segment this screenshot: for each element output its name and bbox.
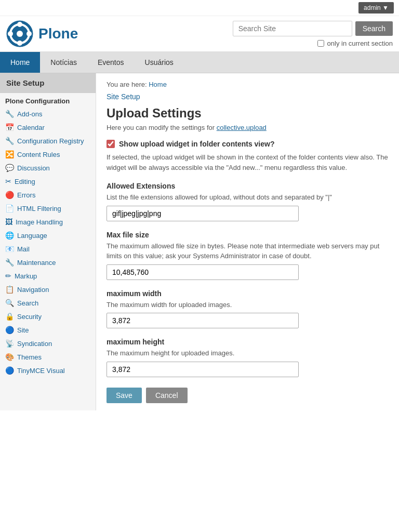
sidebar-item-syndication[interactable]: 📡 Syndication [0, 337, 96, 350]
form-buttons: Save Cancel [107, 388, 389, 403]
sidebar-item-label: Security [17, 313, 42, 321]
logo-text: Plone [38, 25, 78, 42]
sidebar-item-calendar[interactable]: 📅 Calendar [0, 121, 96, 134]
sidebar-item-mail[interactable]: 📧 Mail [0, 242, 96, 256]
sidebar-item-navigation[interactable]: 📋 Navigation [0, 283, 96, 296]
sidebar-item-errors[interactable]: 🔴 Errors [0, 188, 96, 202]
sidebar-item-label: Configuration Registry [17, 137, 84, 145]
header-right: Search only in current section [233, 21, 393, 47]
sidebar-item-configuration-registry[interactable]: 🔧 Configuration Registry [0, 134, 96, 148]
cancel-button[interactable]: Cancel [146, 388, 188, 403]
svg-point-6 [26, 31, 32, 36]
add-ons-icon: 🔧 [5, 110, 14, 118]
main-content: You are here: Home Site Setup Upload Set… [96, 73, 399, 410]
syndication-icon: 📡 [5, 339, 14, 348]
sidebar-item-label: Site [17, 326, 29, 334]
breadcrumb: You are here: Home [107, 81, 389, 88]
sidebar-item-editing[interactable]: ✂ Editing [0, 175, 96, 188]
sidebar-item-tinymce[interactable]: 🔵 TinyMCE Visual [0, 364, 96, 377]
sidebar-item-label: Search [17, 299, 38, 307]
page-title: Upload Settings [107, 106, 389, 121]
content-rules-icon: 🔀 [5, 150, 14, 158]
sidebar-item-label: Content Rules [17, 151, 60, 158]
nav-item-home[interactable]: Home [0, 52, 40, 73]
tinymce-icon: 🔵 [5, 366, 14, 375]
page-description-prefix: Here you can modify the settings for [107, 124, 217, 131]
logo: Plone [6, 20, 78, 47]
sidebar-item-label: Editing [15, 178, 35, 185]
allowed-extensions-input[interactable] [107, 206, 299, 221]
editing-icon: ✂ [5, 177, 11, 185]
page-description: Here you can modify the settings for col… [107, 124, 389, 131]
discussion-icon: 💬 [5, 164, 14, 172]
errors-icon: 🔴 [5, 191, 14, 199]
svg-point-4 [17, 41, 22, 46]
security-icon: 🔒 [5, 312, 14, 321]
sidebar-item-label: Navigation [17, 286, 49, 294]
sidebar-item-content-rules[interactable]: 🔀 Content Rules [0, 148, 96, 161]
mail-icon: 📧 [5, 245, 14, 253]
show-upload-checkbox-label[interactable]: Show upload widget in folder contents vi… [107, 140, 389, 148]
field-max-file-size: Max file size The maximum allowed file s… [107, 231, 389, 280]
svg-point-2 [17, 31, 23, 37]
max-file-size-desc: The maximum allowed file size in bytes. … [107, 241, 389, 261]
calendar-icon: 📅 [5, 123, 14, 131]
sidebar-item-label: Mail [17, 245, 30, 253]
sidebar-item-label: TinyMCE Visual [17, 367, 65, 375]
sidebar-item-label: Discussion [17, 164, 50, 172]
nav-item-usuarios[interactable]: Usuários [135, 52, 184, 73]
breadcrumb-home-link[interactable]: Home [149, 81, 167, 88]
save-button[interactable]: Save [107, 388, 142, 403]
allowed-extensions-desc: List the file extensions allowed for upl… [107, 192, 389, 203]
sidebar-item-html-filtering[interactable]: 📄 HTML Filtering [0, 202, 96, 215]
markup-icon: ✏ [5, 272, 11, 280]
config-registry-icon: 🔧 [5, 137, 14, 145]
breadcrumb-prefix: You are here: [107, 81, 149, 88]
sidebar-item-image-handling[interactable]: 🖼 Image Handling [0, 215, 96, 229]
plone-logo-icon [6, 20, 33, 47]
sidebar-item-language[interactable]: 🌐 Language [0, 229, 96, 242]
collective-upload-link[interactable]: collective.upload [217, 124, 267, 131]
show-upload-checkbox[interactable] [107, 140, 115, 148]
sidebar-item-search[interactable]: 🔍 Search [0, 296, 96, 310]
sidebar-item-label: Errors [17, 191, 35, 199]
maximum-width-label: maximum width [107, 289, 389, 298]
header: Plone Search only in current section [0, 16, 399, 52]
sidebar-item-label: Maintenance [17, 259, 56, 267]
sidebar-item-add-ons[interactable]: 🔧 Add-ons [0, 107, 96, 121]
sidebar-item-label: Syndication [17, 340, 52, 348]
content-area: Site Setup Plone Configuration 🔧 Add-ons… [0, 73, 399, 410]
sidebar-item-themes[interactable]: 🎨 Themes [0, 350, 96, 364]
nav-item-eventos[interactable]: Eventos [87, 52, 135, 73]
maximum-width-desc: The maximum width for uploaded images. [107, 300, 389, 310]
search-button[interactable]: Search [355, 21, 393, 36]
admin-menu-button[interactable]: admin ▼ [358, 2, 394, 14]
sidebar-item-markup[interactable]: ✏ Markup [0, 269, 96, 283]
maximum-height-desc: The maximum height for uploaded images. [107, 348, 389, 358]
nav-item-noticias[interactable]: Notícias [40, 52, 87, 73]
search-input[interactable] [233, 21, 352, 36]
field-maximum-width: maximum width The maximum width for uplo… [107, 289, 389, 329]
sidebar-item-security[interactable]: 🔒 Security [0, 310, 96, 323]
sidebar-item-label: Language [17, 232, 47, 240]
main-nav: Home Notícias Eventos Usuários [0, 52, 399, 73]
sidebar-item-site[interactable]: 🔵 Site [0, 323, 96, 337]
only-in-section-row: only in current section [317, 39, 393, 47]
site-setup-link[interactable]: Site Setup [107, 92, 389, 101]
field-maximum-height: maximum height The maximum height for up… [107, 338, 389, 377]
sidebar: Site Setup Plone Configuration 🔧 Add-ons… [0, 73, 96, 410]
sidebar-item-discussion[interactable]: 💬 Discussion [0, 161, 96, 175]
only-in-section-checkbox[interactable] [317, 40, 324, 47]
sidebar-item-maintenance[interactable]: 🔧 Maintenance [0, 256, 96, 269]
sidebar-item-label: HTML Filtering [17, 205, 61, 212]
max-file-size-input[interactable] [107, 264, 299, 280]
maximum-height-input[interactable] [107, 362, 299, 377]
language-icon: 🌐 [5, 231, 14, 240]
context-description: If selected, the upload widget will be s… [107, 152, 389, 172]
search-row: Search [233, 21, 393, 36]
themes-icon: 🎨 [5, 353, 14, 361]
svg-point-5 [8, 31, 13, 36]
max-file-size-label: Max file size [107, 231, 389, 239]
search-icon: 🔍 [5, 299, 14, 307]
maximum-width-input[interactable] [107, 313, 299, 328]
